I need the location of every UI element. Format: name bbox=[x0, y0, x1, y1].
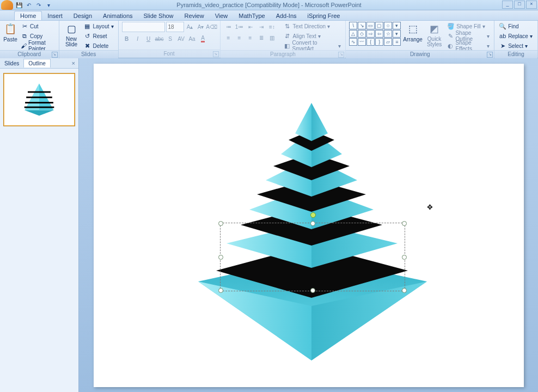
find-button[interactable]: 🔍Find bbox=[498, 22, 534, 30]
font-family-combo[interactable] bbox=[122, 22, 165, 32]
slide-canvas-area[interactable]: ✥ bbox=[79, 58, 538, 392]
font-size-combo[interactable] bbox=[166, 22, 184, 32]
tab-design[interactable]: Design bbox=[68, 11, 97, 20]
strike-icon[interactable]: abc bbox=[155, 34, 164, 44]
shape-brace2-icon[interactable]: } bbox=[375, 38, 383, 46]
clipboard-launcher[interactable]: ↘ bbox=[52, 52, 58, 58]
text-direction-button[interactable]: ⇅Text Direction ▾ bbox=[283, 22, 343, 30]
shape-more1-icon[interactable]: ▾ bbox=[393, 22, 401, 29]
tab-slideshow[interactable]: Slide Show bbox=[138, 11, 179, 20]
tab-mathtype[interactable]: MathType bbox=[233, 11, 270, 20]
shape-more3-icon[interactable]: ≡ bbox=[393, 38, 401, 46]
save-icon[interactable]: 💾 bbox=[15, 1, 23, 9]
handle-n[interactable] bbox=[310, 221, 315, 226]
minimize-button[interactable]: _ bbox=[502, 1, 513, 9]
shape-callout-icon[interactable]: ▱ bbox=[384, 38, 392, 46]
tab-home[interactable]: Home bbox=[14, 11, 42, 20]
close-button[interactable]: × bbox=[526, 1, 537, 9]
shapes-gallery[interactable]: \↘▭▢○▾ △◇⇨⇦☆▾ ∿〰{}▱≡ bbox=[349, 22, 401, 46]
paragraph-launcher[interactable]: ↘ bbox=[338, 52, 344, 58]
slide-canvas[interactable]: ✥ bbox=[94, 64, 524, 387]
slide-thumbnail-1[interactable] bbox=[3, 73, 75, 126]
handle-s[interactable] bbox=[310, 288, 315, 293]
cut-button[interactable]: ✂Cut bbox=[20, 22, 56, 30]
bold-icon[interactable]: B bbox=[122, 34, 132, 44]
delete-slide-button[interactable]: ✖Delete bbox=[82, 41, 114, 50]
bullets-icon[interactable]: ≔ bbox=[224, 22, 234, 32]
replace-button[interactable]: abReplace ▾ bbox=[498, 32, 534, 40]
tab-animations[interactable]: Animations bbox=[97, 11, 138, 20]
maximize-button[interactable]: □ bbox=[514, 1, 525, 9]
format-painter-button[interactable]: 🖌Format Painter bbox=[20, 41, 56, 50]
pane-tab-outline[interactable]: Outline bbox=[23, 59, 51, 68]
shape-arrowl-icon[interactable]: ⇦ bbox=[375, 30, 383, 38]
shape-fill-button[interactable]: 🪣Shape Fill ▾ bbox=[446, 22, 491, 30]
align-text-button[interactable]: ⇵Align Text ▾ bbox=[283, 32, 343, 40]
shape-diamond-icon[interactable]: ◇ bbox=[358, 30, 366, 38]
drawing-launcher[interactable]: ↘ bbox=[487, 52, 493, 58]
handle-e[interactable] bbox=[402, 255, 407, 260]
thumbnail-area[interactable] bbox=[0, 69, 78, 392]
reset-button[interactable]: ↺Reset bbox=[82, 32, 114, 40]
increase-indent-icon[interactable]: ⇥ bbox=[256, 22, 266, 32]
align-left-icon[interactable]: ≡ bbox=[224, 33, 234, 42]
underline-icon[interactable]: U bbox=[144, 34, 154, 44]
shape-roundrect-icon[interactable]: ▢ bbox=[375, 22, 383, 29]
handle-ne[interactable] bbox=[402, 221, 407, 226]
font-launcher[interactable]: ↘ bbox=[213, 51, 219, 57]
office-button[interactable] bbox=[1, 0, 13, 10]
shape-tri-icon[interactable]: △ bbox=[349, 30, 357, 38]
handle-w[interactable] bbox=[218, 255, 223, 260]
shadow-icon[interactable]: S bbox=[166, 34, 175, 44]
paste-button[interactable]: 📋 Paste bbox=[3, 22, 17, 42]
pane-close-button[interactable]: × bbox=[69, 60, 78, 66]
select-button[interactable]: ➤Select ▾ bbox=[498, 41, 534, 50]
clear-formatting-icon[interactable]: A⌫ bbox=[207, 22, 217, 32]
tab-view[interactable]: View bbox=[210, 11, 234, 20]
columns-icon[interactable]: ▥ bbox=[267, 33, 277, 42]
tab-addins[interactable]: Add-Ins bbox=[271, 11, 302, 20]
copy-button[interactable]: ⧉Copy bbox=[20, 32, 56, 40]
shape-effects-button[interactable]: ◐Shape Effects ▾ bbox=[446, 41, 491, 50]
shape-line-icon[interactable]: \ bbox=[349, 22, 357, 29]
qat-customize-icon[interactable]: ▾ bbox=[45, 1, 52, 9]
handle-se[interactable] bbox=[402, 288, 407, 293]
char-spacing-icon[interactable]: AV bbox=[176, 34, 186, 44]
align-right-icon[interactable]: ≡ bbox=[246, 33, 255, 42]
tab-review[interactable]: Review bbox=[179, 11, 210, 20]
pane-tab-slides[interactable]: Slides bbox=[0, 59, 23, 68]
undo-icon[interactable]: ↶ bbox=[25, 1, 33, 9]
shape-rect-icon[interactable]: ▭ bbox=[366, 22, 375, 29]
tab-insert[interactable]: Insert bbox=[42, 11, 68, 20]
shape-arrowr-icon[interactable]: ⇨ bbox=[366, 30, 375, 38]
shape-more2-icon[interactable]: ▾ bbox=[393, 30, 401, 38]
shape-outline-button[interactable]: ✎Shape Outline ▾ bbox=[446, 32, 491, 40]
new-slide-button[interactable]: ▢ New Slide bbox=[63, 22, 81, 47]
justify-icon[interactable]: ≣ bbox=[256, 33, 266, 42]
shrink-font-icon[interactable]: A▾ bbox=[196, 22, 206, 32]
change-case-icon[interactable]: Aa bbox=[187, 34, 197, 44]
align-center-icon[interactable]: ≡ bbox=[235, 33, 244, 42]
arrange-button[interactable]: ⬚ Arrange bbox=[403, 22, 423, 42]
numbering-icon[interactable]: 1≔ bbox=[235, 22, 244, 32]
convert-smartart-button[interactable]: ◧Convert to SmartArt ▾ bbox=[283, 41, 343, 50]
decrease-indent-icon[interactable]: ⇤ bbox=[246, 22, 255, 32]
shape-arrow-icon[interactable]: ↘ bbox=[358, 22, 366, 29]
layout-button[interactable]: ▦Layout ▾ bbox=[82, 22, 114, 30]
handle-nw[interactable] bbox=[218, 221, 223, 226]
handle-sw[interactable] bbox=[218, 288, 223, 293]
shape-oval-icon[interactable]: ○ bbox=[384, 22, 392, 29]
shape-brace-icon[interactable]: { bbox=[366, 38, 375, 46]
rotation-handle[interactable] bbox=[310, 212, 316, 218]
line-spacing-icon[interactable]: ≡↕ bbox=[267, 22, 277, 32]
redo-icon[interactable]: ↷ bbox=[35, 1, 42, 9]
shape-free-icon[interactable]: 〰 bbox=[358, 38, 366, 46]
selection-box[interactable] bbox=[220, 223, 405, 291]
shape-curve-icon[interactable]: ∿ bbox=[349, 38, 357, 46]
grow-font-icon[interactable]: A▴ bbox=[185, 22, 195, 32]
tab-ispring[interactable]: iSpring Free bbox=[302, 11, 346, 20]
shape-star-icon[interactable]: ☆ bbox=[384, 30, 392, 38]
quick-styles-button[interactable]: ◩ Quick Styles bbox=[425, 22, 444, 47]
italic-icon[interactable]: I bbox=[133, 34, 143, 44]
font-color-icon[interactable]: A bbox=[198, 34, 208, 44]
